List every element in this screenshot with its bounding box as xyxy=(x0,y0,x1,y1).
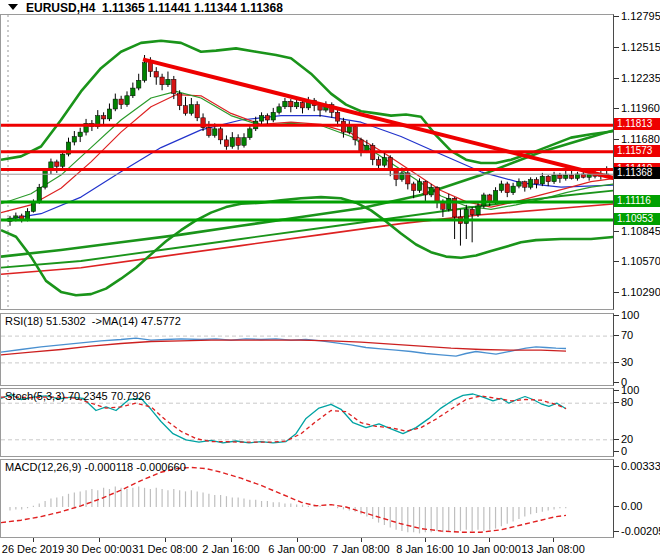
candle-body xyxy=(411,184,415,191)
candle-body xyxy=(505,184,509,193)
candle-body xyxy=(289,101,293,107)
candle-body xyxy=(177,94,181,106)
axis-tick xyxy=(614,231,619,232)
stoch-axis-label: 80 xyxy=(621,396,633,408)
time-tick xyxy=(425,538,426,542)
symbol-title: EURUSD,H4 xyxy=(26,1,95,15)
price-level-badge: 1.11813 xyxy=(614,118,660,130)
stoch-axis-label: 20 xyxy=(621,433,633,445)
axis-tick xyxy=(614,390,619,391)
chart-titlebar: EURUSD,H4 1.11365 1.11441 1.11344 1.1136… xyxy=(0,0,660,14)
price-axis-label: 1.11680 xyxy=(621,133,660,145)
candle-body xyxy=(37,187,41,201)
ohlc-values: 1.11365 1.11441 1.11344 1.11368 xyxy=(102,1,283,15)
price-scale[interactable]: 1.127951.125151.122351.119601.116801.108… xyxy=(614,0,660,560)
axis-tick xyxy=(614,139,619,140)
axis-tick xyxy=(614,439,619,440)
candle-body xyxy=(183,106,187,114)
candle-body xyxy=(230,138,234,147)
time-axis-label: 2 Jan 16:00 xyxy=(202,543,260,555)
candle-body xyxy=(248,129,252,138)
candle-body xyxy=(435,187,439,201)
candle-body xyxy=(107,109,111,119)
axis-tick xyxy=(614,506,619,507)
candle-body xyxy=(552,175,556,182)
time-tick xyxy=(361,538,362,542)
axis-tick xyxy=(614,362,619,363)
price-axis-label: 1.10845 xyxy=(621,225,660,237)
candle-body xyxy=(353,127,357,140)
candle-body xyxy=(365,145,369,151)
candle-body xyxy=(72,137,76,143)
macd-panel: MACD(12,26,9) -0.000118 -0.000660 xyxy=(0,459,614,538)
price-level-badge: 1.11573 xyxy=(614,145,660,157)
candle-body xyxy=(172,79,176,93)
macd-axis-label: -0.002056 xyxy=(621,525,660,537)
candle-body xyxy=(125,96,129,105)
candle-body xyxy=(564,175,568,178)
time-tick xyxy=(553,538,554,542)
time-axis-label: 26 Dec 2019 xyxy=(2,543,64,555)
candle-body xyxy=(359,140,363,151)
candle-body xyxy=(78,132,82,136)
time-scale[interactable]: 26 Dec 201930 Dec 00:0031 Dec 08:002 Jan… xyxy=(0,538,614,560)
price-level-badge: 1.10953 xyxy=(614,213,660,225)
candle-body xyxy=(166,79,170,85)
candle-body xyxy=(335,112,339,121)
price-axis-label: 1.12795 xyxy=(621,10,660,22)
axis-tick xyxy=(614,16,619,17)
candle-body xyxy=(131,88,135,96)
candle-body xyxy=(429,187,433,195)
candle-body xyxy=(382,157,386,165)
candle-body xyxy=(189,105,193,114)
main-chart-canvas[interactable] xyxy=(1,15,613,309)
candle-body xyxy=(271,112,275,120)
time-tick xyxy=(99,538,100,542)
candle-body xyxy=(540,176,544,184)
main-price-panel xyxy=(0,14,614,310)
candle-body xyxy=(300,102,304,108)
chevron-down-icon[interactable] xyxy=(8,4,18,10)
rsi-axis-label: 30 xyxy=(621,356,633,368)
candle-body xyxy=(493,191,497,202)
axis-tick xyxy=(614,531,619,532)
candle-body xyxy=(148,63,152,72)
candle-body xyxy=(236,138,240,146)
time-axis-label: 10 Jan 00:00 xyxy=(457,543,521,555)
stochastic-label: Stoch(5,3,3) 70.2345 70.7926 xyxy=(5,390,151,402)
axis-tick xyxy=(614,261,619,262)
axis-tick xyxy=(614,451,619,452)
axis-tick xyxy=(614,47,619,48)
time-tick xyxy=(231,538,232,542)
macd-axis-label: 0.00 xyxy=(621,500,642,512)
candle-body xyxy=(528,180,532,188)
price-axis-label: 1.10570 xyxy=(621,255,660,267)
stoch-axis-label: 0 xyxy=(621,445,627,457)
candle-body xyxy=(283,101,287,107)
ma-blue xyxy=(1,116,613,221)
candle-body xyxy=(55,162,59,166)
time-axis-label: 30 Dec 00:00 xyxy=(66,543,131,555)
axis-tick xyxy=(614,335,619,336)
price-axis-label: 1.11960 xyxy=(621,102,660,114)
candle-body xyxy=(517,182,521,186)
candle-body xyxy=(195,105,199,118)
candle-body xyxy=(101,116,105,119)
candle-body xyxy=(423,182,427,195)
candle-body xyxy=(207,128,211,136)
candle-body xyxy=(265,116,269,120)
candle-body xyxy=(499,184,503,191)
candle-body xyxy=(224,140,228,147)
candle-body xyxy=(482,195,486,206)
candle-body xyxy=(160,77,164,85)
axis-tick xyxy=(614,315,619,316)
time-axis-label: 7 Jan 08:00 xyxy=(332,543,390,555)
candle-body xyxy=(294,102,298,106)
candle-body xyxy=(43,171,47,188)
candle-body xyxy=(259,116,263,122)
candle-body xyxy=(119,99,123,105)
time-axis-label: 13 Jan 08:00 xyxy=(521,543,585,555)
stoch-axis-label: 100 xyxy=(621,384,639,396)
time-axis-label: 6 Jan 00:00 xyxy=(268,543,326,555)
candle-body xyxy=(534,180,538,184)
